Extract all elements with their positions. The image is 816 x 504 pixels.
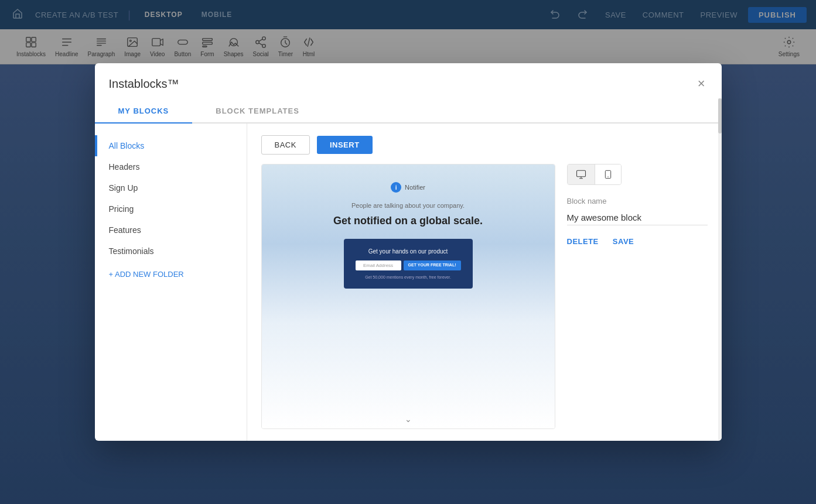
panel-actions: DELETE SAVE [567,237,708,246]
preview-headline: Get notified on a global scale. [333,215,483,227]
block-preview-frame: i Notifier People are talking about your… [261,164,555,429]
insert-button[interactable]: INSERT [317,136,373,154]
cta-fine-print: Get 50,000 mentions every month, free fo… [356,275,461,279]
cta-input-row: Email Address GET YOUR FREE TRIAL! [356,260,461,270]
preview-inner: i Notifier People are talking about your… [262,164,555,428]
cta-email-placeholder: Email Address [363,263,393,268]
cta-email-input[interactable]: Email Address [356,260,401,270]
modal-sidebar: All Blocks Headers Sign Up Pricing Featu… [95,124,247,441]
notifier-badge: i Notifier [391,182,425,193]
modal-title: Instablocks™ [109,77,179,91]
svg-rect-17 [576,170,585,177]
block-name-input[interactable] [567,210,708,225]
preview-cta-box: Get your hands on our product Email Addr… [344,239,473,289]
scrollbar-thumb [718,124,722,133]
cta-box-title: Get your hands on our product [356,248,461,255]
back-button[interactable]: BACK [261,135,310,155]
notifier-icon-text: i [395,184,397,191]
preview-subtitle: People are talking about your company. [351,202,465,209]
delete-button[interactable]: DELETE [567,237,599,246]
modal-scrollbar[interactable] [718,124,722,441]
sidebar-item-features[interactable]: Features [95,220,247,241]
block-name-label: Block name [567,197,708,205]
modal-tabs: MY BLOCKS BLOCK TEMPLATES [95,100,722,124]
cta-trial-button[interactable]: GET YOUR FREE TRIAL! [404,260,461,270]
notifier-text: Notifier [405,184,425,191]
preview-desktop-btn[interactable] [568,164,595,184]
modal-main-content: BACK INSERT i Notifier [247,124,722,441]
notifier-icon: i [391,182,401,193]
modal-overlay: Instablocks™ × MY BLOCKS BLOCK TEMPLATES… [0,0,816,504]
sidebar-item-all-blocks[interactable]: All Blocks [95,135,247,156]
modal-close-button[interactable]: × [695,75,708,92]
sidebar-item-pricing[interactable]: Pricing [95,198,247,220]
save-block-button[interactable]: SAVE [613,237,634,246]
add-folder-button[interactable]: + ADD NEW FOLDER [95,262,247,287]
tab-my-blocks[interactable]: MY BLOCKS [95,100,193,122]
modal-header: Instablocks™ × [95,63,722,92]
sidebar-item-testimonials[interactable]: Testimonials [95,241,247,262]
preview-wrapper: i Notifier People are talking about your… [261,164,708,429]
right-panel: Block name DELETE SAVE [567,164,708,429]
action-bar: BACK INSERT [261,135,708,155]
svg-point-19 [607,176,608,177]
modal-body: All Blocks Headers Sign Up Pricing Featu… [95,124,722,441]
sidebar-item-sign-up[interactable]: Sign Up [95,177,247,198]
block-name-section: Block name [567,197,708,225]
instablocks-modal: Instablocks™ × MY BLOCKS BLOCK TEMPLATES… [95,63,722,441]
preview-chevron: ⌄ [405,414,412,424]
tab-block-templates[interactable]: BLOCK TEMPLATES [192,100,323,122]
device-switcher [567,164,622,185]
preview-mobile-btn[interactable] [595,164,621,184]
sidebar-item-headers[interactable]: Headers [95,156,247,177]
